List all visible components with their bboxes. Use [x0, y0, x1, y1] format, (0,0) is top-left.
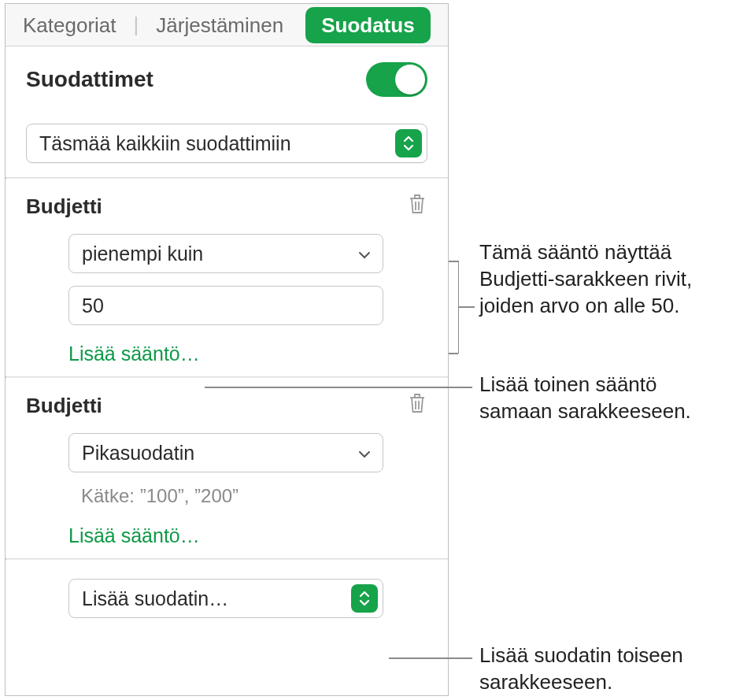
tab-categories[interactable]: Kategoriat: [6, 4, 134, 46]
filter-group-2: Budjetti Pikasuodatin Kätke: ”100”, ”200…: [6, 378, 448, 558]
chevron-down-icon: [357, 442, 372, 464]
rule-value-input[interactable]: 50: [68, 286, 383, 325]
chevron-down-icon: [357, 243, 372, 265]
callout-rule-description: Tämä sääntö näyttää Budjetti-sarakkeen r…: [479, 239, 731, 319]
add-rule-link-1[interactable]: Lisää sääntö…: [68, 343, 427, 365]
filters-toggle[interactable]: [366, 62, 427, 97]
panel-tabs: Kategoriat | Järjestäminen Suodatus: [6, 4, 448, 46]
trash-icon[interactable]: [407, 193, 427, 220]
callout-bracket-tip: [449, 261, 458, 262]
callout-connector: [459, 306, 475, 308]
quickfilter-select[interactable]: Pikasuodatin: [68, 433, 383, 472]
callout-connector: [389, 657, 472, 659]
rule-operator-select[interactable]: pienempi kuin: [68, 234, 383, 273]
filters-section: Suodattimet Täsmää kaikkiin suodattimiin: [6, 46, 448, 177]
add-filter-area: Lisää suodatin…: [6, 560, 448, 634]
quickfilter-hide-text: Kätke: ”100”, ”200”: [68, 485, 427, 507]
popup-chevron-icon: [351, 584, 378, 613]
callout-add-rule: Lisää toinen sääntö samaan sarakkeeseen.: [479, 372, 731, 425]
tab-filter[interactable]: Suodatus: [305, 7, 430, 43]
match-mode-label: Täsmää kaikkiin suodattimiin: [39, 132, 291, 155]
callout-add-filter: Lisää suodatin toiseen sarakkeeseen.: [479, 643, 731, 696]
filter-panel: Kategoriat | Järjestäminen Suodatus Suod…: [5, 3, 449, 696]
quickfilter-label: Pikasuodatin: [82, 442, 194, 465]
rule-value-text: 50: [82, 294, 104, 317]
tab-sort[interactable]: Järjestäminen: [139, 4, 301, 46]
filter-group-2-title: Budjetti: [26, 394, 102, 418]
filters-title: Suodattimet: [26, 67, 153, 92]
match-mode-popup[interactable]: Täsmää kaikkiin suodattimiin: [26, 124, 427, 163]
callout-bracket-tip: [449, 353, 458, 354]
callout-connector: [205, 387, 472, 388]
filter-group-1: Budjetti pienempi kuin 50 Lisää sääntö…: [6, 179, 448, 376]
rule-operator-label: pienempi kuin: [82, 243, 203, 265]
filter-group-1-title: Budjetti: [26, 194, 102, 219]
toggle-knob: [395, 65, 425, 94]
tab-separator: |: [134, 13, 139, 37]
add-filter-label: Lisää suodatin…: [82, 587, 228, 610]
add-rule-link-2[interactable]: Lisää sääntö…: [68, 524, 427, 547]
popup-chevron-icon: [395, 129, 422, 157]
trash-icon[interactable]: [407, 392, 427, 419]
add-filter-popup[interactable]: Lisää suodatin…: [68, 579, 383, 618]
